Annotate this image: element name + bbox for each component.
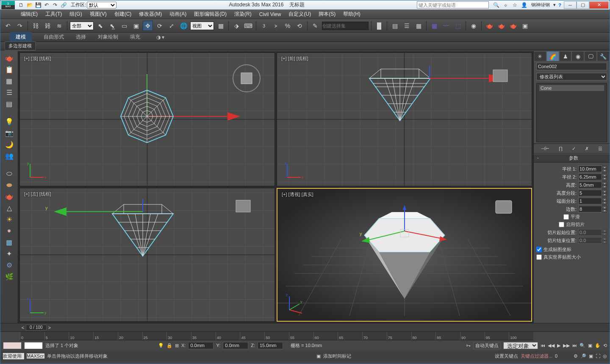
menu-help[interactable]: 帮助(H) <box>343 11 360 18</box>
hseg-input[interactable] <box>578 190 602 196</box>
anglesnap-icon[interactable]: ⦠ <box>271 21 281 31</box>
undo-icon[interactable]: ↶ <box>3 21 13 31</box>
key-icon[interactable]: 🗝 <box>466 343 471 348</box>
spinner-icon[interactable]: ▴▾ <box>602 174 607 180</box>
menu-tools[interactable]: 工具(T) <box>45 11 62 18</box>
nav-zoom2-icon[interactable]: 🔎 <box>580 353 586 359</box>
maxscript-button[interactable]: MAXScr <box>27 353 44 358</box>
layers-icon[interactable]: ☰ <box>402 21 412 31</box>
dropdown-icon[interactable]: ▾ <box>553 2 556 8</box>
goto-end-icon[interactable]: ⏭ <box>572 343 577 348</box>
close-button[interactable]: ✕ <box>589 1 609 9</box>
coord-toggle-icon[interactable]: ⊞ <box>175 343 179 348</box>
modifier-stack[interactable]: Cone <box>536 83 607 142</box>
unique-icon[interactable]: ✓ <box>572 146 576 152</box>
qa-redo-icon[interactable]: ↷ <box>51 2 59 8</box>
tab-modify-icon[interactable]: 🌈 <box>546 51 559 61</box>
sceneexp-icon[interactable]: ▦ <box>413 21 424 31</box>
ribbon-tab-objectpaint[interactable]: 对象绘制 <box>98 33 118 41</box>
qa-undo-icon[interactable]: ↶ <box>43 2 50 8</box>
key-target-select[interactable]: 选定对象 <box>503 342 538 349</box>
percentsnap-icon[interactable]: % <box>283 21 293 31</box>
menu-grapheditor[interactable]: 图形编辑器(D) <box>194 11 227 18</box>
dope-icon[interactable]: 〰 <box>441 21 451 31</box>
named-selection-input[interactable] <box>322 22 369 30</box>
rect-select-icon[interactable]: ▭ <box>119 21 129 31</box>
scale-icon[interactable]: ⤢ <box>166 21 177 31</box>
star-icon[interactable]: ☆ <box>511 2 518 8</box>
pin-stack-icon[interactable]: ⊣⊢ <box>541 146 549 152</box>
viewport-front[interactable]: [+] [前] [线框] <box>277 52 532 186</box>
maximize-button[interactable]: ▢ <box>577 1 589 9</box>
link-icon[interactable]: ⛓ <box>30 21 41 31</box>
spinner-snap-icon[interactable]: ⟲ <box>294 21 305 31</box>
ribbon-tab-modeling[interactable]: 建模 <box>10 32 32 42</box>
minimize-button[interactable]: ─ <box>564 1 577 9</box>
bind-icon[interactable]: ≋ <box>54 21 64 31</box>
gear-icon[interactable]: ⚙ <box>3 260 15 270</box>
layout-icon[interactable]: ☰ <box>3 87 15 97</box>
nav-fov-icon[interactable]: ▣ <box>588 343 592 348</box>
nav-zoom-icon[interactable]: 🔍 <box>580 343 585 348</box>
show-end-icon[interactable]: ∏ <box>559 146 563 151</box>
tab-create-icon[interactable]: ✳ <box>534 51 546 61</box>
sides-input[interactable] <box>578 206 602 212</box>
autokey-button[interactable]: 自动关键点 <box>473 342 501 349</box>
preset1-icon[interactable]: ⬭ <box>3 168 15 179</box>
nav-max-icon[interactable]: ⛶ <box>596 353 600 358</box>
menu-civilview[interactable]: Civil View <box>259 11 281 17</box>
realworld-checkbox[interactable] <box>536 254 542 260</box>
help-icon[interactable]: ? <box>558 3 561 8</box>
time-ruler[interactable]: 0510152025303540455055606570758085909510… <box>20 332 533 340</box>
lock-icon[interactable]: 💡 <box>158 343 164 348</box>
radius2-input[interactable] <box>578 174 602 180</box>
spinner-icon[interactable]: ▴▾ <box>602 206 607 212</box>
viewport-perspective[interactable]: [+] [透视] [真实] <box>277 188 532 322</box>
rollout-header[interactable]: -参数 <box>534 154 610 163</box>
menu-script[interactable]: 脚本(S) <box>319 11 336 18</box>
x-input[interactable]: 0.0mm <box>188 342 214 349</box>
ribbon-tab-freeform[interactable]: 自由形式 <box>44 33 64 41</box>
spinner-icon[interactable]: ▴▾ <box>602 190 607 196</box>
stack-item[interactable]: Cone <box>539 85 604 91</box>
move-icon[interactable]: ✥ <box>143 21 153 31</box>
time-config-icon[interactable]: ⚙ <box>574 353 578 359</box>
lock-icon[interactable]: 🔒 <box>166 343 172 348</box>
spinner-icon[interactable]: ▴▾ <box>602 198 607 204</box>
cseg-input[interactable] <box>578 198 602 204</box>
curve-editor-icon[interactable]: ▦ <box>429 21 439 31</box>
prev-frame-icon[interactable]: ◀◀ <box>548 343 555 348</box>
y-input[interactable]: 0.0mm <box>223 342 248 349</box>
rendered-frame-icon[interactable]: 🫖 <box>496 21 506 31</box>
ribbon-panel-polymodel[interactable]: 多边形建模 <box>5 41 36 50</box>
rotate-icon[interactable]: ⟳ <box>155 21 165 31</box>
addtimetag[interactable]: 添加时间标记 <box>323 353 351 359</box>
grid-icon[interactable]: ▦ <box>3 76 15 86</box>
material-editor-icon[interactable]: ◉ <box>469 21 479 31</box>
light-standard-icon[interactable]: 💡 <box>3 116 15 127</box>
help-search-input[interactable] <box>417 1 489 8</box>
redo-icon[interactable]: ↷ <box>15 21 25 31</box>
snap3-icon[interactable]: 3 <box>259 21 269 31</box>
preset3-icon[interactable]: 🫖 <box>3 191 15 201</box>
z-input[interactable]: 15.0mm <box>258 342 283 349</box>
manip-icon[interactable]: ⬗ <box>231 21 241 31</box>
unlink-icon[interactable]: ⛓̸ <box>42 21 53 31</box>
time-slider[interactable]: < 0 / 100 > <box>0 323 610 332</box>
sphere-icon[interactable]: ● <box>3 226 15 236</box>
menu-create[interactable]: 创建(C) <box>114 11 132 18</box>
ribbon-toggle-icon[interactable]: ◑ ▾ <box>156 34 164 40</box>
align-icon[interactable]: ▤ <box>390 21 400 31</box>
color-swatch[interactable] <box>3 342 22 349</box>
time-prev-icon[interactable]: < <box>20 325 26 330</box>
time-current[interactable]: 0 / 100 <box>26 325 47 331</box>
menu-view[interactable]: 视图(V) <box>90 11 107 18</box>
keyboard-icon[interactable]: ⌨ <box>243 21 253 31</box>
nav-orbit-icon[interactable]: ⟲ <box>603 343 607 348</box>
search-icon[interactable]: 🔍 <box>492 2 500 8</box>
nav-pan-icon[interactable]: ✋ <box>595 343 601 348</box>
render-prod-icon[interactable]: ▣ <box>520 21 530 31</box>
tab-motion-icon[interactable]: ◉ <box>571 51 584 61</box>
menu-animation[interactable]: 动画(A) <box>169 11 186 18</box>
keyfilter-button[interactable]: 关键点过滤器... <box>521 353 552 359</box>
